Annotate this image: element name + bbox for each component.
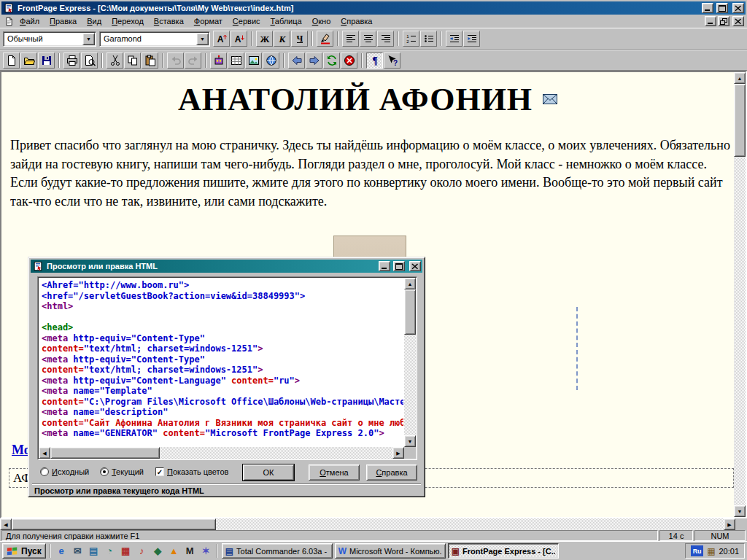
back-button[interactable] — [288, 52, 305, 69]
taskbar-task-2[interactable]: WMicrosoft Word - Компью... — [335, 543, 446, 559]
document-system-icon[interactable] — [3, 15, 15, 27]
new-button[interactable] — [3, 52, 20, 69]
scroll-left-button[interactable]: ◀ — [0, 518, 12, 530]
insert-webbot-button[interactable] — [210, 52, 227, 69]
code-scroll-left-button[interactable]: ◀ — [39, 447, 50, 459]
numbered-list-button[interactable]: 12 — [403, 31, 419, 47]
refresh-button[interactable] — [323, 52, 340, 69]
help-button[interactable]: ? — [384, 52, 400, 69]
menu-insert[interactable]: Вставка — [149, 15, 189, 27]
menu-window[interactable]: Окно — [307, 15, 336, 27]
quicklaunch-icon-8[interactable]: ▲ — [167, 544, 181, 558]
save-button[interactable] — [38, 52, 55, 69]
paragraph-style-combo[interactable]: Обычный ▼ — [3, 31, 96, 47]
scroll-up-button[interactable]: ▲ — [734, 72, 746, 84]
quicklaunch-icon-10[interactable]: ✶ — [199, 544, 213, 558]
quicklaunch-icon-4[interactable]: ◔ — [103, 544, 117, 558]
chevron-down-icon[interactable]: ▼ — [196, 33, 209, 45]
menu-table[interactable]: Таблица — [266, 15, 307, 27]
keyboard-layout-indicator[interactable]: Ru — [691, 545, 703, 556]
dialog-close-button[interactable] — [409, 261, 421, 271]
vertical-scrollbar[interactable]: ▲ ▼ — [734, 72, 746, 517]
help-button[interactable]: Справка — [366, 464, 417, 481]
checkbox-icon[interactable]: ✓ — [155, 467, 164, 476]
quicklaunch-icon-6[interactable]: ♪ — [135, 544, 149, 558]
cut-button[interactable] — [107, 52, 123, 69]
print-preview-button[interactable] — [81, 52, 98, 69]
taskbar-task-3[interactable]: ▣FrontPage Express - [C... — [448, 543, 559, 559]
mdi-close-button[interactable] — [732, 16, 744, 26]
checkbox-show-color-coding[interactable]: ✓ Показать цветов — [155, 467, 228, 476]
bold-button[interactable]: Ж — [256, 31, 273, 47]
align-left-button[interactable] — [342, 31, 359, 47]
radio-original-html[interactable]: Исходный — [40, 467, 89, 476]
start-button[interactable]: Пуск — [2, 543, 46, 559]
paste-button[interactable] — [142, 52, 158, 69]
align-center-button[interactable] — [360, 31, 376, 47]
code-vertical-scroll-thumb[interactable] — [404, 289, 416, 335]
decrease-indent-button[interactable] — [446, 31, 462, 47]
radio-icon[interactable] — [40, 467, 49, 476]
dialog-maximize-button[interactable] — [393, 261, 405, 271]
quicklaunch-icon-9[interactable]: M — [183, 544, 197, 558]
italic-button[interactable]: К — [274, 31, 290, 47]
insert-image-button[interactable] — [245, 52, 262, 69]
increase-indent-button[interactable] — [463, 31, 480, 47]
html-code-text[interactable]: <Ahref="http://www.boom.ru"><href="/serv… — [39, 279, 403, 446]
quicklaunch-icon-3[interactable]: ▤ — [87, 544, 101, 558]
show-marks-button[interactable]: ¶ — [366, 52, 383, 69]
underline-button[interactable]: Ч — [291, 31, 308, 47]
code-vertical-scrollbar[interactable]: ▲ ▼ — [404, 278, 416, 447]
text-color-button[interactable] — [317, 31, 333, 47]
tray-icon[interactable]: ▦ — [707, 546, 715, 556]
scroll-right-button[interactable]: ▶ — [724, 518, 735, 530]
mdi-restore-button[interactable] — [718, 16, 729, 26]
dialog-minimize-button[interactable] — [379, 261, 390, 271]
ok-button[interactable]: ОК — [243, 464, 294, 481]
bulleted-list-button[interactable] — [420, 31, 437, 47]
chevron-down-icon[interactable]: ▼ — [82, 33, 95, 45]
code-scroll-right-button[interactable]: ▶ — [392, 447, 404, 459]
menu-go[interactable]: Переход — [107, 15, 149, 27]
menu-view[interactable]: Вид — [82, 15, 107, 27]
code-horizontal-scrollbar[interactable]: ◀ ▶ — [39, 447, 404, 459]
menu-tools[interactable]: Сервис — [228, 15, 266, 27]
menu-format[interactable]: Формат — [189, 15, 228, 27]
html-code-editor[interactable]: <Ahref="http://www.boom.ru"><href="/serv… — [37, 276, 417, 460]
font-combo[interactable]: Garamond ▼ — [99, 31, 210, 47]
radio-current-html[interactable]: Текущий — [100, 467, 144, 476]
quicklaunch-icon-5[interactable]: ▦ — [119, 544, 133, 558]
radio-icon[interactable] — [100, 467, 109, 476]
insert-table-button[interactable] — [228, 52, 244, 69]
menu-file[interactable]: Файл — [15, 15, 44, 27]
quicklaunch-icon-7[interactable]: ◆ — [151, 544, 165, 558]
code-scroll-down-button[interactable]: ▼ — [404, 435, 416, 447]
code-scroll-up-button[interactable]: ▲ — [404, 278, 416, 289]
horizontal-scrollbar[interactable]: ◀ ▶ — [0, 518, 735, 530]
code-horizontal-scroll-thumb[interactable] — [50, 447, 160, 459]
horizontal-scroll-thumb[interactable] — [12, 518, 216, 530]
mdi-minimize-button[interactable] — [705, 16, 716, 26]
scroll-down-button[interactable]: ▼ — [734, 505, 746, 517]
close-button[interactable] — [732, 3, 744, 13]
quicklaunch-icon-2[interactable]: ✉ — [71, 544, 85, 558]
dialog-titlebar[interactable]: Просмотр или правка HTML — [31, 260, 422, 273]
open-button[interactable] — [20, 52, 37, 69]
minimize-button[interactable] — [702, 3, 713, 13]
frontpage-app-icon[interactable] — [3, 2, 15, 14]
envelope-icon[interactable] — [543, 94, 557, 106]
copy-button[interactable] — [124, 52, 141, 69]
menu-edit[interactable]: Правка — [44, 15, 82, 27]
align-right-button[interactable] — [377, 31, 394, 47]
menu-help[interactable]: Справка — [336, 15, 377, 27]
quicklaunch-icon-1[interactable]: e — [55, 544, 69, 558]
increase-font-button[interactable]: A — [213, 31, 230, 47]
decrease-font-button[interactable]: A — [231, 31, 247, 47]
taskbar-task-1[interactable]: ▤Total Commander 6.03a - ... — [222, 543, 333, 559]
hyperlink-button[interactable] — [263, 52, 279, 69]
cancel-button[interactable]: Отмена — [309, 464, 360, 481]
maximize-button[interactable] — [716, 3, 728, 13]
forward-button[interactable] — [306, 52, 322, 69]
print-button[interactable] — [63, 52, 80, 69]
stop-button[interactable] — [341, 52, 357, 69]
